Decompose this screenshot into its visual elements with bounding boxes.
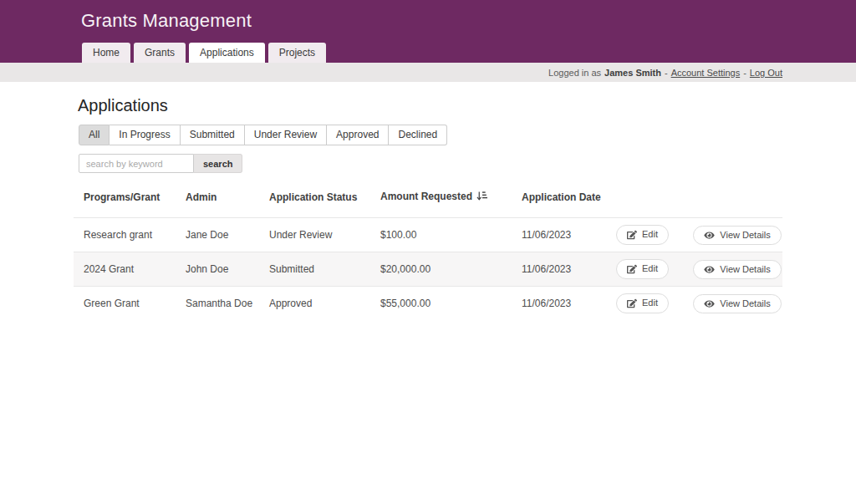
cell-date: 11/06/2023	[512, 218, 606, 252]
app-title: Grants Management	[81, 10, 252, 32]
page-title: Applications	[78, 96, 782, 115]
cell-status: Under Review	[259, 218, 370, 252]
main-nav: Home Grants Applications Projects	[82, 43, 326, 63]
cell-program: Research grant	[74, 218, 176, 252]
main-content: Applications All In Progress Submitted U…	[0, 82, 856, 320]
eye-icon	[704, 231, 715, 240]
cell-actions: Edit View Details	[606, 252, 782, 287]
filter-all[interactable]: All	[79, 125, 110, 145]
col-header-actions	[606, 184, 782, 218]
cell-date: 11/06/2023	[512, 287, 606, 321]
edit-icon	[627, 298, 637, 308]
cell-program: 2024 Grant	[74, 252, 176, 287]
view-details-button[interactable]: View Details	[693, 260, 781, 279]
applications-table: Programs/Grant Admin Application Status …	[74, 184, 782, 320]
cell-program: Green Grant	[74, 287, 176, 321]
filter-declined[interactable]: Declined	[389, 125, 447, 145]
view-details-button[interactable]: View Details	[693, 226, 781, 245]
cell-admin: Samantha Doe	[176, 287, 259, 321]
logged-in-text: Logged in as	[548, 68, 601, 78]
status-filter-group: All In Progress Submitted Under Review A…	[79, 125, 447, 145]
cell-amount: $55,000.00	[370, 287, 512, 321]
table-row: Green Grant Samantha Doe Approved $55,00…	[74, 287, 782, 321]
search-input[interactable]	[79, 154, 194, 173]
filter-under-review[interactable]: Under Review	[245, 125, 327, 145]
sort-amount-icon[interactable]	[476, 192, 487, 204]
cell-status: Submitted	[259, 252, 370, 287]
cell-status: Approved	[259, 287, 370, 321]
cell-date: 11/06/2023	[512, 252, 606, 287]
col-header-amount[interactable]: Amount Requested	[370, 184, 512, 218]
col-header-program: Programs/Grant	[74, 184, 176, 218]
log-out-link[interactable]: Log Out	[750, 68, 782, 78]
search-row: search	[79, 154, 782, 173]
view-details-button[interactable]: View Details	[693, 294, 781, 313]
filter-approved[interactable]: Approved	[327, 125, 389, 145]
cell-admin: Jane Doe	[176, 218, 259, 252]
cell-admin: John Doe	[176, 252, 259, 287]
cell-actions: Edit View Details	[606, 287, 782, 321]
account-bar: Logged in as James Smith - Account Setti…	[0, 63, 856, 82]
table-header-row: Programs/Grant Admin Application Status …	[74, 184, 782, 218]
edit-button[interactable]: Edit	[616, 259, 669, 278]
table-row: Research grant Jane Doe Under Review $10…	[74, 218, 782, 252]
nav-tab-applications[interactable]: Applications	[189, 43, 265, 63]
search-button[interactable]: search	[194, 154, 242, 173]
separator: -	[743, 68, 746, 78]
separator: -	[665, 68, 668, 78]
col-header-date: Application Date	[512, 184, 606, 218]
cell-amount: $20,000.00	[370, 252, 512, 287]
logged-in-user-name: James Smith	[604, 68, 661, 78]
filter-submitted[interactable]: Submitted	[181, 125, 245, 145]
edit-button[interactable]: Edit	[616, 225, 669, 244]
col-header-admin: Admin	[176, 184, 259, 218]
cell-amount: $100.00	[370, 218, 512, 252]
eye-icon	[704, 265, 715, 274]
nav-tab-home[interactable]: Home	[82, 43, 130, 63]
edit-icon	[627, 264, 637, 274]
filter-in-progress[interactable]: In Progress	[110, 125, 180, 145]
nav-tab-projects[interactable]: Projects	[268, 43, 326, 63]
table-row: 2024 Grant John Doe Submitted $20,000.00…	[74, 252, 782, 287]
cell-actions: Edit View Details	[606, 218, 782, 252]
account-settings-link[interactable]: Account Settings	[671, 68, 741, 78]
app-header: Grants Management Home Grants Applicatio…	[0, 0, 856, 63]
eye-icon	[704, 299, 715, 308]
nav-tab-grants[interactable]: Grants	[134, 43, 186, 63]
edit-button[interactable]: Edit	[616, 293, 669, 313]
edit-icon	[627, 230, 637, 240]
col-header-status: Application Status	[259, 184, 370, 218]
